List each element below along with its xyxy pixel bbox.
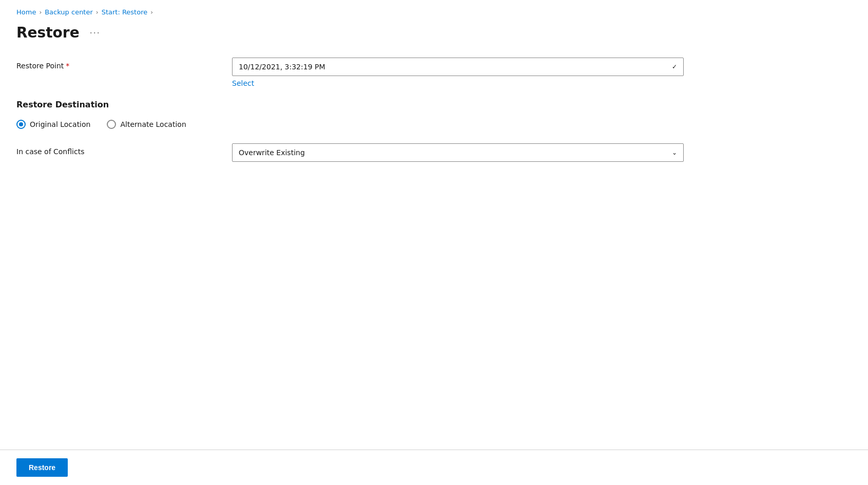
- breadcrumb-home[interactable]: Home: [16, 8, 36, 16]
- breadcrumb: Home › Backup center › Start: Restore ›: [16, 8, 852, 16]
- restore-point-dropdown[interactable]: 10/12/2021, 3:32:19 PM ✓: [232, 58, 684, 76]
- restore-destination-title: Restore Destination: [16, 100, 684, 109]
- restore-destination-section: Restore Destination Original Location Al…: [16, 100, 684, 129]
- radio-original-input[interactable]: [16, 120, 26, 129]
- radio-alternate-input[interactable]: [107, 120, 116, 129]
- footer-bar: Restore: [0, 450, 868, 485]
- page-header: Restore ···: [16, 24, 852, 41]
- restore-point-row: Restore Point * 10/12/2021, 3:32:19 PM ✓…: [16, 58, 684, 87]
- conflicts-value: Overwrite Existing: [239, 148, 305, 157]
- breadcrumb-current[interactable]: Start: Restore: [102, 8, 148, 16]
- restore-point-chevron-icon: ✓: [672, 63, 677, 70]
- conflicts-control-wrapper: Overwrite Existing ⌄: [232, 143, 684, 162]
- conflicts-row: In case of Conflicts Overwrite Existing …: [16, 143, 684, 162]
- restore-destination-radio-group: Original Location Alternate Location: [16, 120, 684, 129]
- restore-button[interactable]: Restore: [16, 458, 68, 477]
- breadcrumb-backup-center[interactable]: Backup center: [45, 8, 93, 16]
- more-options-button[interactable]: ···: [86, 25, 105, 40]
- radio-original-label: Original Location: [30, 120, 90, 128]
- restore-form: Restore Point * 10/12/2021, 3:32:19 PM ✓…: [16, 58, 684, 162]
- radio-alternate-label: Alternate Location: [120, 120, 186, 128]
- conflicts-chevron-icon: ⌄: [672, 149, 677, 156]
- radio-option-original[interactable]: Original Location: [16, 120, 90, 129]
- conflicts-label: In case of Conflicts: [16, 143, 232, 156]
- breadcrumb-sep-1: ›: [39, 9, 42, 16]
- breadcrumb-sep-3: ›: [150, 9, 153, 16]
- required-indicator: *: [66, 62, 69, 70]
- restore-point-label: Restore Point *: [16, 58, 232, 70]
- conflicts-dropdown[interactable]: Overwrite Existing ⌄: [232, 143, 684, 162]
- breadcrumb-sep-2: ›: [96, 9, 99, 16]
- restore-point-value: 10/12/2021, 3:32:19 PM: [239, 63, 325, 71]
- restore-point-select-link[interactable]: Select: [232, 79, 684, 87]
- page-title: Restore: [16, 24, 80, 41]
- radio-option-alternate[interactable]: Alternate Location: [107, 120, 186, 129]
- restore-point-control-wrapper: 10/12/2021, 3:32:19 PM ✓ Select: [232, 58, 684, 87]
